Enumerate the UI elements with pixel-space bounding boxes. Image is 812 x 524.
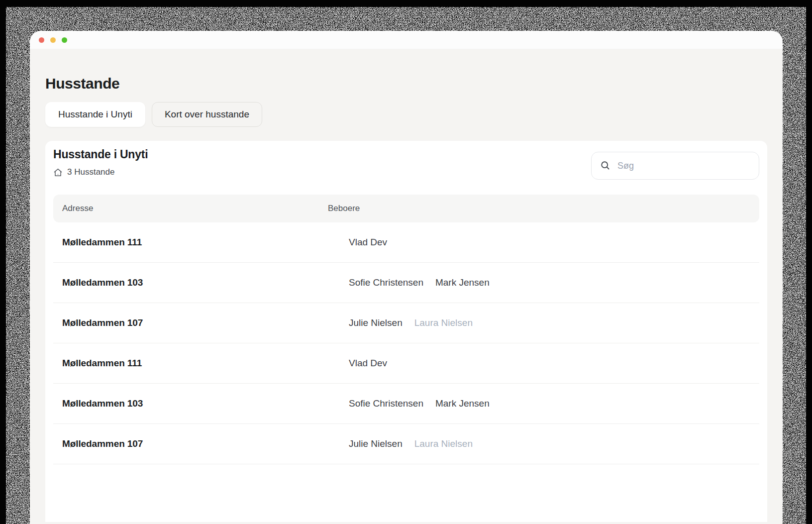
house-icon — [53, 168, 63, 177]
household-count-label: 3 Husstande — [67, 167, 114, 177]
tab-kort-over-husstande[interactable]: Kort over husstande — [152, 102, 262, 127]
households-table: Adresse Beboere Mølledammen 111 Vlad Dev… — [53, 195, 759, 464]
page-title: Husstande — [45, 75, 767, 92]
tab-label: Husstande i Unyti — [58, 109, 132, 120]
household-count: 3 Husstande — [53, 167, 148, 177]
resident-name[interactable]: Laura Nielsen — [414, 317, 473, 328]
column-header-adresse: Adresse — [53, 204, 328, 213]
resident-name[interactable]: Mark Jensen — [435, 277, 490, 288]
page-content: Husstande Husstande i Unyti Kort over hu… — [30, 75, 783, 522]
traffic-light-minimize-icon[interactable] — [50, 37, 56, 43]
app-window: Husstande Husstande i Unyti Kort over hu… — [30, 31, 783, 524]
residents-cell: Vlad Dev — [328, 358, 759, 369]
residents-cell: Sofie ChristensenMark Jensen — [328, 398, 759, 409]
traffic-light-zoom-icon[interactable] — [62, 37, 67, 43]
panel-header: Husstande i Unyti 3 Husstande — [45, 141, 767, 180]
tab-husstande-i-unyti[interactable]: Husstande i Unyti — [45, 102, 145, 127]
address-cell: Mølledammen 107 — [53, 438, 328, 449]
resident-name[interactable]: Vlad Dev — [349, 237, 387, 248]
tab-bar: Husstande i Unyti Kort over husstande — [45, 102, 767, 127]
residents-cell: Vlad Dev — [328, 237, 759, 248]
address-cell: Mølledammen 103 — [53, 398, 328, 409]
address-cell: Mølledammen 103 — [53, 277, 328, 288]
window-titlebar — [30, 31, 783, 49]
table-row[interactable]: Mølledammen 107 Julie NielsenLaura Niels… — [53, 424, 759, 464]
residents-cell: Sofie ChristensenMark Jensen — [328, 277, 759, 288]
table-row[interactable]: Mølledammen 111 Vlad Dev — [53, 343, 759, 384]
tab-label: Kort over husstande — [165, 109, 249, 120]
resident-name[interactable]: Vlad Dev — [349, 358, 387, 369]
residents-cell: Julie NielsenLaura Nielsen — [328, 438, 759, 449]
table-body: Mølledammen 111 Vlad Dev Mølledammen 103… — [53, 222, 759, 464]
table-row[interactable]: Mølledammen 111 Vlad Dev — [53, 222, 759, 263]
table-header-row: Adresse Beboere — [53, 195, 759, 222]
resident-name[interactable]: Laura Nielsen — [414, 438, 473, 449]
address-cell: Mølledammen 111 — [53, 237, 328, 248]
traffic-light-close-icon[interactable] — [39, 37, 44, 43]
residents-cell: Julie NielsenLaura Nielsen — [328, 317, 759, 328]
resident-name[interactable]: Julie Nielsen — [349, 438, 403, 449]
households-panel: Husstande i Unyti 3 Husstande — [45, 141, 767, 522]
search-box — [591, 152, 759, 180]
table-row[interactable]: Mølledammen 103 Sofie ChristensenMark Je… — [53, 384, 759, 424]
resident-name[interactable]: Mark Jensen — [435, 398, 490, 409]
resident-name[interactable]: Sofie Christensen — [349, 398, 423, 409]
column-header-beboere: Beboere — [328, 204, 759, 213]
panel-title: Husstande i Unyti — [53, 148, 148, 161]
search-input[interactable] — [591, 152, 759, 180]
address-cell: Mølledammen 107 — [53, 317, 328, 328]
resident-name[interactable]: Julie Nielsen — [349, 317, 403, 328]
table-row[interactable]: Mølledammen 103 Sofie ChristensenMark Je… — [53, 263, 759, 303]
resident-name[interactable]: Sofie Christensen — [349, 277, 423, 288]
table-row[interactable]: Mølledammen 107 Julie NielsenLaura Niels… — [53, 303, 759, 343]
address-cell: Mølledammen 111 — [53, 358, 328, 369]
